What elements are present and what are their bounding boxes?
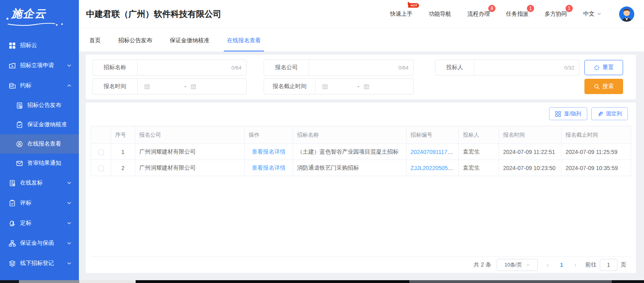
tab-online-signup-view[interactable]: 在线报名查看 — [224, 37, 264, 51]
table-panel: 显/隐列 固定列 序号 报 — [86, 103, 636, 273]
sidebar-item-qualification-result[interactable]: 资审结果通知 — [0, 154, 79, 173]
tender-name-input[interactable]: 0/64 — [138, 60, 246, 75]
sidebar-item-project-apply[interactable]: 招标立项申请 — [0, 55, 79, 76]
sitemap-icon — [9, 240, 16, 247]
deadline-range-picker[interactable]: - — [316, 79, 413, 94]
chevron-down-icon — [526, 263, 530, 267]
page-size-select[interactable]: 10条/页 — [497, 259, 538, 271]
sidebar-item-bidding-cloud[interactable]: 招标云 — [0, 35, 79, 55]
search-button[interactable]: 搜索 — [584, 79, 623, 94]
tender-name-label: 招标名称 — [93, 60, 138, 75]
goto-page-input[interactable] — [600, 259, 617, 271]
nav-multi-collab[interactable]: 多方协同 1 — [545, 10, 567, 18]
signup-time-range-picker[interactable]: - — [138, 79, 246, 94]
chevron-down-icon — [67, 180, 72, 185]
view-signup-detail-link[interactable]: 查看报名详情 — [252, 148, 286, 155]
sidebar-item-label: 约标 — [20, 82, 67, 89]
calendar-icon — [190, 84, 196, 90]
tab-bar: 首页 招标公告发布 保证金缴纳核准 在线报名查看 — [79, 28, 644, 51]
table-row: 2 广州润耀建材有限公司 查看报名详情 消防通道铁艺门采购招标 ZJJL2022… — [91, 160, 631, 176]
cell-bidder: 袁宏生 — [459, 160, 499, 176]
logo-dot-left — [6, 18, 8, 20]
prev-page-button[interactable]: ‹ — [543, 261, 552, 268]
deadline-label: 报名截止时间 — [264, 79, 316, 94]
sidebar-item-label: 线下招标登记 — [20, 260, 67, 267]
sidebar-item-label: 保证金缴纳核准 — [27, 121, 72, 128]
paperclip-icon — [597, 111, 603, 117]
sidebar-item-bid-award[interactable]: 定标 — [0, 213, 79, 233]
header-tender-name: 招标名称 — [293, 126, 407, 144]
header-company: 报名公司 — [135, 126, 245, 144]
next-page-button[interactable]: › — [571, 261, 580, 268]
main-area: 中建君联（广州）软件科技有限公司 快速上手 HOT 功能导航 流程办理 8 任务… — [79, 0, 644, 280]
fix-columns-button[interactable]: 固定列 — [591, 107, 628, 120]
reset-button[interactable]: 重置 — [584, 60, 623, 75]
table-row: 1 广州润耀建材有限公司 查看报名详情 （土建）蓝色智谷产业园项目混凝土招标 2… — [91, 144, 631, 160]
signup-company-field: 报名公司 0/64 — [264, 59, 414, 76]
deadline-field: 报名截止时间 - — [264, 78, 414, 94]
header-checkbox-cell — [91, 126, 111, 144]
sidebar-item-label: 定标 — [20, 219, 67, 227]
sidebar-item-online-signup-view[interactable]: 在线报名查看 — [0, 134, 79, 154]
sidebar-item-deposit-approval[interactable]: 保证金缴纳核准 — [0, 115, 79, 134]
top-nav: 快速上手 HOT 功能导航 流程办理 8 任务指派 1 多方协同 1 — [390, 6, 634, 22]
nav-task-assign[interactable]: 任务指派 1 — [506, 10, 528, 18]
sidebar-item-deposit-guarantee[interactable]: 保证金与保函 — [0, 233, 79, 253]
sidebar-item-announcement-publish[interactable]: 招标公告发布 — [0, 96, 79, 115]
signup-company-input[interactable]: 0/64 — [309, 60, 413, 75]
coins-icon — [9, 82, 16, 89]
range-separator: - — [184, 83, 186, 90]
page-number-1[interactable]: 1 — [557, 262, 566, 268]
bidder-field: 投标人 0/32 — [435, 59, 580, 76]
mail-icon — [16, 160, 23, 167]
cell-deadline: 2024-07-09 10:35:59 — [561, 160, 631, 176]
toggle-columns-button[interactable]: 显/隐列 — [549, 107, 587, 120]
sidebar-item-label: 在线报名查看 — [27, 140, 72, 148]
sidebar-item-online-issue[interactable]: 在线发标 — [0, 173, 79, 193]
company-title: 中建君联（广州）软件科技有限公司 — [86, 8, 221, 20]
tab-announcement-publish[interactable]: 招标公告发布 — [115, 37, 155, 51]
strip-segment — [0, 280, 19, 283]
nav-process-handling[interactable]: 流程办理 8 — [467, 10, 490, 18]
logo-dot-right — [61, 23, 63, 25]
sidebar-item-invite-bid[interactable]: 约标 — [0, 76, 79, 96]
char-counter: 0/64 — [398, 65, 409, 71]
header-deadline: 报名截止时间 — [561, 126, 631, 144]
tender-no-link[interactable]: ZJJL20220505001 — [411, 165, 457, 171]
tab-deposit-approval[interactable]: 保证金缴纳核准 — [167, 37, 213, 51]
chevron-down-icon — [67, 221, 72, 226]
logo-swoosh — [7, 21, 59, 27]
person-circle-icon — [16, 141, 23, 148]
sidebar-item-label: 招标云 — [20, 42, 72, 49]
tender-no-link[interactable]: 202407091117001 — [411, 149, 457, 155]
user-avatar[interactable] — [619, 6, 634, 22]
chevron-down-icon — [67, 261, 72, 266]
sidebar-item-bid-evaluation[interactable]: 评标 — [0, 193, 79, 213]
sidebar-menu: 招标云 招标立项申请 约标 招标公告发布 — [0, 35, 79, 273]
view-signup-detail-link[interactable]: 查看报名详情 — [252, 164, 286, 171]
nav-quick-start[interactable]: 快速上手 HOT — [390, 10, 413, 18]
pagination: 共 2 条 10条/页 ‹ 1 › 前往 页 — [91, 256, 631, 273]
tab-home[interactable]: 首页 — [86, 37, 104, 51]
bidder-label: 投标人 — [436, 60, 474, 75]
cell-company: 广州润耀建材有限公司 — [135, 160, 245, 176]
cell-tender-name: 消防通道铁艺门采购招标 — [293, 160, 407, 176]
search-icon — [594, 84, 600, 90]
sidebar-item-label: 招标公告发布 — [27, 102, 72, 109]
search-row-1: 招标名称 0/64 报名公司 0/64 投标人 0/32 — [92, 59, 630, 76]
nav-feature-guide[interactable]: 功能导航 — [429, 10, 451, 18]
document-icon — [16, 102, 23, 109]
header-index: 序号 — [111, 126, 135, 144]
bidder-input[interactable]: 0/32 — [474, 60, 579, 75]
column-toolbar: 显/隐列 固定列 — [91, 107, 631, 120]
language-selector[interactable]: 中文 — [583, 10, 601, 18]
grid-outline-icon — [555, 111, 561, 117]
sidebar-item-label: 保证金与保函 — [20, 240, 67, 247]
sidebar-item-offline-registration[interactable]: 线下招标登记 — [0, 253, 79, 273]
calendar-icon — [363, 84, 369, 90]
row-checkbox[interactable] — [98, 166, 104, 171]
document2-icon — [9, 180, 16, 187]
row-checkbox[interactable] — [98, 150, 104, 155]
cell-signup-time: 2024-07-09 10:23:50 — [499, 160, 561, 176]
refresh-sparkle-icon — [594, 65, 600, 71]
